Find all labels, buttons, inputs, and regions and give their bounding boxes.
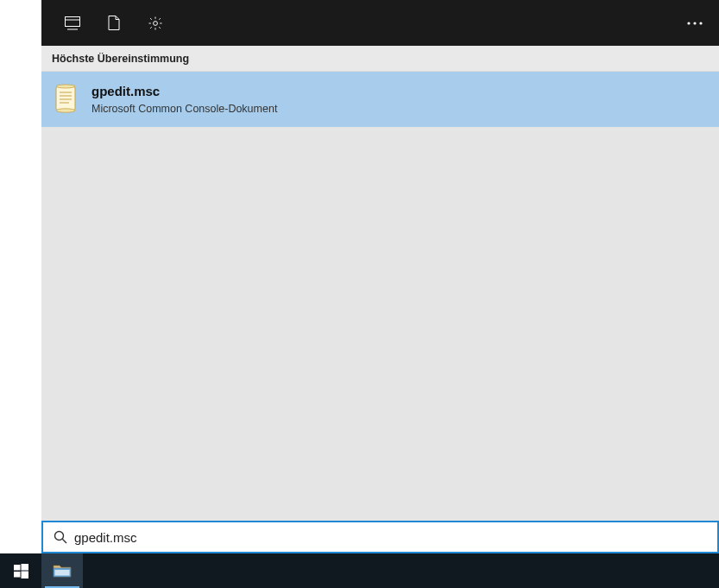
taskbar <box>0 553 719 588</box>
svg-rect-7 <box>56 86 75 111</box>
svg-point-14 <box>55 532 64 541</box>
settings-icon[interactable] <box>135 0 176 46</box>
svg-point-5 <box>693 22 696 24</box>
window: Höchste Übereinstimmung gpedit.msc Micro… <box>0 0 719 588</box>
results-area <box>41 127 719 521</box>
svg-rect-0 <box>66 16 80 26</box>
file-explorer-button[interactable] <box>41 553 83 588</box>
svg-point-8 <box>56 85 75 88</box>
svg-point-3 <box>154 21 158 25</box>
svg-rect-19 <box>21 571 28 579</box>
search-box[interactable] <box>41 521 719 553</box>
result-subtitle: Microsoft Common Console-Dokument <box>91 102 277 116</box>
svg-rect-16 <box>14 565 21 571</box>
search-input[interactable] <box>73 522 717 552</box>
more-icon[interactable] <box>678 0 712 46</box>
result-texts: gpedit.msc Microsoft Common Console-Doku… <box>91 83 277 116</box>
svg-line-15 <box>62 539 66 543</box>
search-icon <box>48 530 73 544</box>
search-result-item[interactable]: gpedit.msc Microsoft Common Console-Doku… <box>41 72 719 127</box>
search-panel: Höchste Übereinstimmung gpedit.msc Micro… <box>41 0 719 553</box>
result-title: gpedit.msc <box>91 83 277 100</box>
document-icon[interactable] <box>93 0 135 46</box>
svg-point-6 <box>699 22 702 24</box>
svg-point-13 <box>56 109 75 112</box>
svg-rect-21 <box>55 570 70 576</box>
panel-header <box>41 0 719 46</box>
document-scroll-icon <box>48 82 83 117</box>
svg-rect-18 <box>14 572 21 578</box>
start-button[interactable] <box>0 553 41 588</box>
svg-point-4 <box>687 22 690 24</box>
section-label: Höchste Übereinstimmung <box>41 46 719 72</box>
apps-icon[interactable] <box>52 0 93 46</box>
svg-rect-17 <box>21 564 28 571</box>
left-margin <box>0 0 41 553</box>
